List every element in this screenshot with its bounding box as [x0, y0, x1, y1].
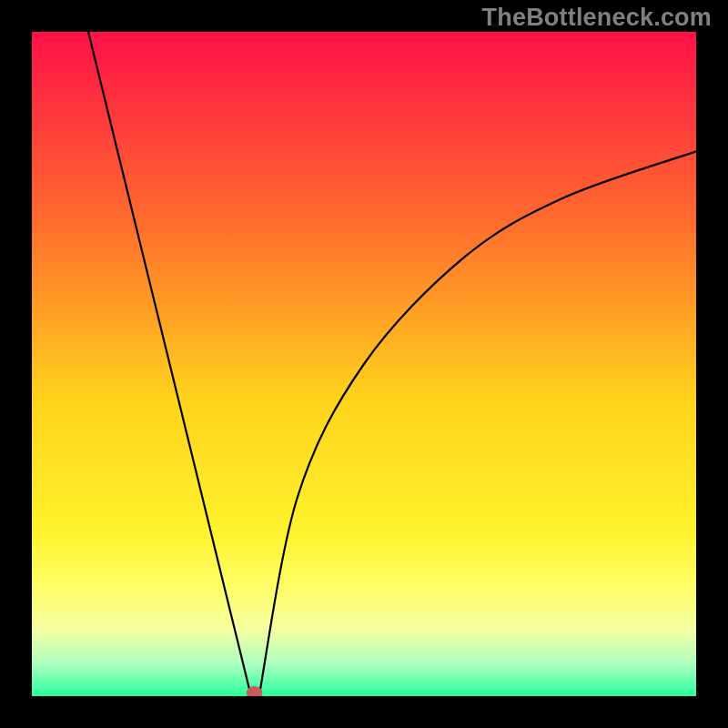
watermark-text: TheBottleneck.com	[482, 4, 712, 32]
chart-frame: TheBottleneck.com	[0, 0, 728, 728]
bottleneck-chart	[32, 32, 696, 696]
